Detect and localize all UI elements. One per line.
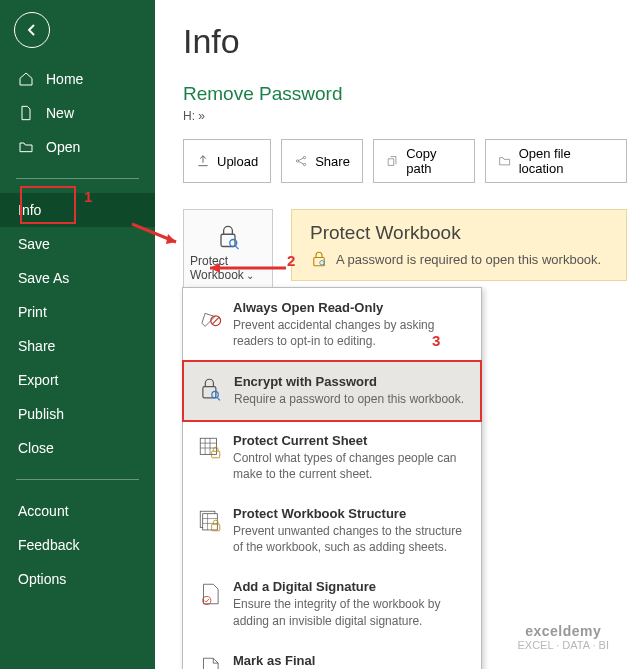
nav-save-as[interactable]: Save As <box>0 261 155 295</box>
menu-heading: Mark as Final <box>233 653 467 668</box>
nav-options[interactable]: Options <box>0 562 155 596</box>
nav-new[interactable]: New <box>0 96 155 130</box>
pencil-no-icon <box>197 302 223 328</box>
upload-icon <box>196 154 210 168</box>
menu-protect-sheet[interactable]: Protect Current SheetControl what types … <box>183 421 481 494</box>
nav-print[interactable]: Print <box>0 295 155 329</box>
anno-arrow-2 <box>198 260 288 276</box>
document-path: H: » <box>183 109 627 123</box>
folder-icon <box>498 154 511 168</box>
copy-path-button[interactable]: Copy path <box>373 139 475 183</box>
protect-row: Protect Workbook⌄ Protect Workbook A pas… <box>183 209 627 294</box>
new-icon <box>18 105 34 121</box>
anno-num-1: 1 <box>84 188 92 205</box>
svg-rect-3 <box>221 234 235 246</box>
svg-point-2 <box>304 163 306 165</box>
protect-workbook-button[interactable]: Protect Workbook⌄ <box>183 209 273 294</box>
protect-desc: A password is required to open this work… <box>336 252 601 267</box>
svg-point-0 <box>297 160 299 162</box>
nav-label: Account <box>18 503 69 519</box>
btn-label: Upload <box>217 154 258 169</box>
menu-desc: Prevent unwanted changes to the structur… <box>233 523 467 555</box>
svg-rect-13 <box>203 514 218 530</box>
anno-arrow-1 <box>130 220 190 250</box>
anno-num-2: 2 <box>287 252 295 269</box>
nav-label: Save As <box>18 270 69 286</box>
protect-info-panel: Protect Workbook A password is required … <box>291 209 627 281</box>
menu-encrypt-password[interactable]: Encrypt with PasswordRequire a password … <box>182 360 482 421</box>
nav-label: Home <box>46 71 83 87</box>
btn-label: Open file location <box>519 146 614 176</box>
menu-heading: Always Open Read-Only <box>233 300 467 315</box>
btn-label: Share <box>315 154 350 169</box>
nav-close[interactable]: Close <box>0 431 155 465</box>
svg-marker-19 <box>210 263 220 273</box>
nav-label: Close <box>18 440 54 456</box>
back-button[interactable] <box>14 12 50 48</box>
final-icon <box>197 655 223 669</box>
menu-heading: Encrypt with Password <box>234 374 466 389</box>
nav-label: Save <box>18 236 50 252</box>
nav-label: Feedback <box>18 537 79 553</box>
action-buttons: Upload Share Copy path Open file locatio… <box>183 139 627 183</box>
nav-account[interactable]: Account <box>0 494 155 528</box>
divider <box>16 178 139 179</box>
share-button[interactable]: Share <box>281 139 363 183</box>
nav-label: Options <box>18 571 66 587</box>
home-icon <box>18 71 34 87</box>
menu-read-only[interactable]: Always Open Read-OnlyPrevent accidental … <box>183 288 481 361</box>
menu-heading: Add a Digital Signature <box>233 579 467 594</box>
nav-label: Share <box>18 338 55 354</box>
menu-mark-final[interactable]: Mark as FinalLet readers know the docume… <box>183 641 481 669</box>
workbook-lock-icon <box>197 508 223 534</box>
open-location-button[interactable]: Open file location <box>485 139 627 183</box>
sheet-lock-icon <box>197 435 223 461</box>
signature-icon <box>197 581 223 607</box>
nav-export[interactable]: Export <box>0 363 155 397</box>
menu-desc: Ensure the integrity of the workbook by … <box>233 596 467 628</box>
back-arrow-icon <box>23 21 41 39</box>
divider <box>16 479 139 480</box>
menu-heading: Protect Current Sheet <box>233 433 467 448</box>
nav-share[interactable]: Share <box>0 329 155 363</box>
page-title: Info <box>183 22 627 61</box>
nav-label: New <box>46 105 74 121</box>
menu-heading: Protect Workbook Structure <box>233 506 467 521</box>
nav-feedback[interactable]: Feedback <box>0 528 155 562</box>
lock-key-icon <box>198 376 224 402</box>
sidebar: Home New Open Info Save Save As Print Sh… <box>0 0 155 669</box>
svg-rect-10 <box>200 438 216 454</box>
nav-home[interactable]: Home <box>0 62 155 96</box>
menu-desc: Control what types of changes people can… <box>233 450 467 482</box>
watermark: exceldemyEXCEL · DATA · BI <box>518 623 610 651</box>
protect-heading: Protect Workbook <box>310 222 608 244</box>
nav-label: Publish <box>18 406 64 422</box>
menu-digital-signature[interactable]: Add a Digital SignatureEnsure the integr… <box>183 567 481 640</box>
menu-desc: Require a password to open this workbook… <box>234 391 466 407</box>
open-icon <box>18 139 34 155</box>
lock-key-icon <box>214 222 242 250</box>
nav-label: Open <box>46 139 80 155</box>
nav-open[interactable]: Open <box>0 130 155 164</box>
nav-publish[interactable]: Publish <box>0 397 155 431</box>
document-name: Remove Password <box>183 83 627 105</box>
anno-box-1 <box>20 186 76 224</box>
share-icon <box>294 154 308 168</box>
lock-key-icon <box>310 250 328 268</box>
nav-label: Export <box>18 372 58 388</box>
btn-label: Copy path <box>406 146 462 176</box>
svg-point-1 <box>304 156 306 158</box>
nav-label: Print <box>18 304 47 320</box>
menu-protect-structure[interactable]: Protect Workbook StructurePrevent unwant… <box>183 494 481 567</box>
upload-button[interactable]: Upload <box>183 139 271 183</box>
copy-icon <box>386 154 399 168</box>
anno-num-3: 3 <box>432 332 440 349</box>
